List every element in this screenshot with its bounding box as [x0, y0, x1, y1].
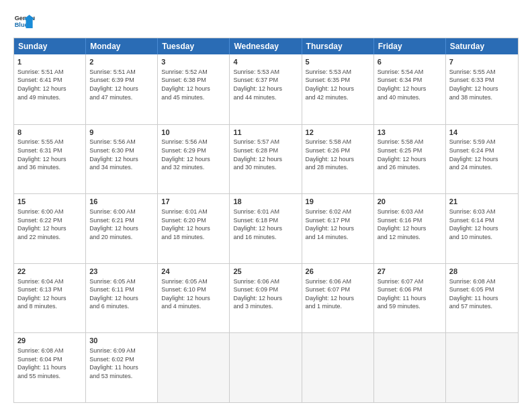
calendar-day-24: 24Sunrise: 6:05 AMSunset: 6:10 PMDayligh… [158, 264, 230, 333]
day-info: Sunset: 6:28 PM [233, 146, 298, 155]
calendar-day-29: 29Sunrise: 6:08 AMSunset: 6:04 PMDayligh… [14, 333, 86, 402]
header-day-monday: Monday [86, 38, 158, 54]
day-info: Sunset: 6:34 PM [378, 76, 442, 85]
day-number: 25 [233, 267, 298, 277]
day-info: and 26 minutes. [378, 163, 442, 172]
day-number: 20 [378, 197, 442, 207]
day-info: and 44 minutes. [233, 93, 298, 102]
day-info: Daylight: 12 hours [161, 155, 226, 164]
day-number: 28 [449, 267, 515, 277]
day-info: Daylight: 12 hours [89, 155, 154, 164]
day-info: and 20 minutes. [89, 233, 154, 242]
day-info: and 40 minutes. [378, 93, 442, 102]
day-info: Sunset: 6:31 PM [17, 146, 82, 155]
day-number: 27 [378, 267, 442, 277]
day-info: and 57 minutes. [449, 302, 515, 311]
day-info: Sunset: 6:17 PM [306, 216, 370, 225]
day-info: Sunrise: 6:06 AM [233, 277, 298, 286]
day-number: 18 [233, 197, 298, 207]
day-info: Sunset: 6:20 PM [161, 216, 226, 225]
day-info: Sunrise: 5:59 AM [449, 138, 515, 146]
calendar-week-4: 22Sunrise: 6:04 AMSunset: 6:13 PMDayligh… [14, 263, 518, 333]
day-info: Sunset: 6:37 PM [233, 76, 298, 85]
day-number: 24 [161, 267, 226, 277]
logo-icon: General Blue [13, 12, 35, 31]
calendar-day-empty [302, 333, 374, 402]
day-info: and 34 minutes. [89, 163, 154, 172]
calendar-day-empty [230, 333, 302, 402]
header-day-thursday: Thursday [302, 38, 374, 54]
day-info: Sunset: 6:22 PM [17, 216, 82, 225]
day-info: Daylight: 12 hours [233, 85, 298, 93]
day-number: 12 [306, 128, 370, 138]
day-number: 1 [17, 57, 82, 67]
day-number: 8 [17, 128, 82, 138]
calendar-header: SundayMondayTuesdayWednesdayThursdayFrid… [14, 38, 518, 54]
day-info: Sunset: 6:39 PM [89, 76, 154, 85]
calendar-day-25: 25Sunrise: 6:06 AMSunset: 6:09 PMDayligh… [230, 264, 302, 333]
day-info: and 59 minutes. [378, 302, 442, 311]
day-info: Sunrise: 6:02 AM [306, 208, 370, 216]
day-info: and 4 minutes. [161, 302, 226, 311]
day-info: Sunrise: 6:01 AM [161, 208, 226, 216]
day-info: Sunrise: 5:55 AM [17, 138, 82, 146]
day-info: Sunset: 6:09 PM [233, 285, 298, 294]
calendar-day-empty [158, 333, 230, 402]
day-number: 9 [89, 128, 154, 138]
day-number: 4 [233, 57, 298, 67]
day-info: and 45 minutes. [161, 93, 226, 102]
day-number: 2 [89, 57, 154, 67]
day-info: Daylight: 12 hours [17, 224, 82, 233]
day-info: Sunset: 6:02 PM [89, 355, 154, 364]
day-info: Sunrise: 5:54 AM [378, 68, 442, 77]
day-info: Daylight: 12 hours [17, 155, 82, 164]
day-info: Daylight: 12 hours [89, 224, 154, 233]
calendar-day-11: 11Sunrise: 5:57 AMSunset: 6:28 PMDayligh… [230, 125, 302, 194]
day-info: Sunrise: 5:58 AM [378, 138, 442, 146]
day-info: Sunrise: 6:08 AM [449, 277, 515, 286]
day-info: and 42 minutes. [306, 93, 370, 102]
header-day-saturday: Saturday [446, 38, 518, 54]
calendar-day-14: 14Sunrise: 5:59 AMSunset: 6:24 PMDayligh… [446, 125, 518, 194]
day-number: 22 [17, 267, 82, 277]
day-info: Daylight: 12 hours [233, 155, 298, 164]
day-info: Sunset: 6:14 PM [449, 216, 515, 225]
day-info: Sunset: 6:10 PM [161, 285, 226, 294]
day-info: and 12 minutes. [378, 233, 442, 242]
day-info: Sunset: 6:06 PM [378, 285, 442, 294]
day-number: 23 [89, 267, 154, 277]
day-info: Daylight: 11 hours [17, 363, 82, 372]
day-number: 17 [161, 197, 226, 207]
calendar-day-18: 18Sunrise: 6:01 AMSunset: 6:18 PMDayligh… [230, 194, 302, 263]
day-info: and 53 minutes. [89, 372, 154, 381]
day-info: and 24 minutes. [449, 163, 515, 172]
day-info: Daylight: 12 hours [378, 155, 442, 164]
day-info: and 6 minutes. [89, 302, 154, 311]
day-info: Sunrise: 6:04 AM [17, 277, 82, 286]
calendar-day-9: 9Sunrise: 5:56 AMSunset: 6:30 PMDaylight… [86, 125, 158, 194]
calendar-week-3: 15Sunrise: 6:00 AMSunset: 6:22 PMDayligh… [14, 193, 518, 263]
day-info: Daylight: 11 hours [378, 294, 442, 303]
day-info: Sunrise: 5:52 AM [161, 68, 226, 77]
calendar-day-28: 28Sunrise: 6:08 AMSunset: 6:05 PMDayligh… [446, 264, 518, 333]
day-number: 15 [17, 197, 82, 207]
day-info: Daylight: 12 hours [378, 224, 442, 233]
day-info: and 36 minutes. [17, 163, 82, 172]
day-info: and 32 minutes. [161, 163, 226, 172]
day-info: Sunrise: 6:03 AM [378, 208, 442, 216]
day-info: and 1 minute. [306, 302, 370, 311]
calendar-day-empty [446, 333, 518, 402]
day-info: Daylight: 12 hours [306, 85, 370, 93]
calendar-day-3: 3Sunrise: 5:52 AMSunset: 6:38 PMDaylight… [158, 54, 230, 124]
day-info: Sunrise: 6:00 AM [89, 208, 154, 216]
day-info: Sunrise: 5:55 AM [449, 68, 515, 77]
day-info: Daylight: 12 hours [161, 294, 226, 303]
day-info: Daylight: 12 hours [161, 85, 226, 93]
day-number: 29 [17, 336, 82, 346]
calendar-day-27: 27Sunrise: 6:07 AMSunset: 6:06 PMDayligh… [374, 264, 446, 333]
calendar-day-16: 16Sunrise: 6:00 AMSunset: 6:21 PMDayligh… [86, 194, 158, 263]
day-info: Sunset: 6:13 PM [17, 285, 82, 294]
day-info: and 10 minutes. [449, 233, 515, 242]
day-number: 10 [161, 128, 226, 138]
day-info: Sunset: 6:41 PM [17, 76, 82, 85]
